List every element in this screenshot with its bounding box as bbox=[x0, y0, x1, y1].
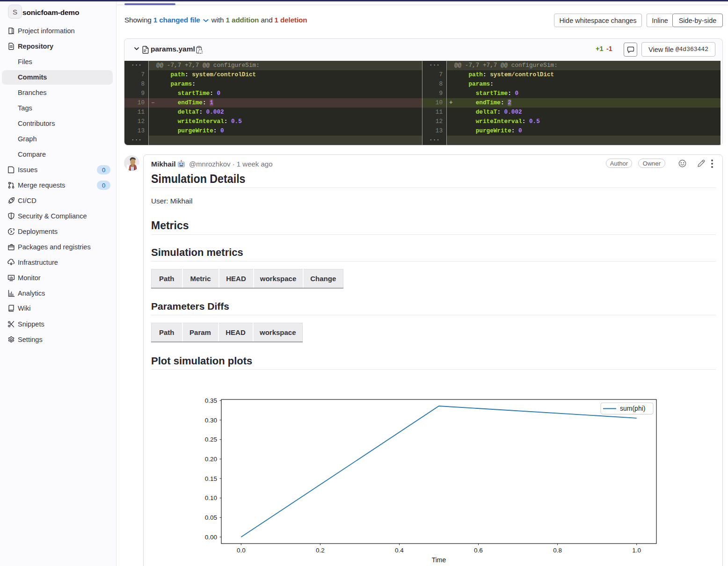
svg-text:0.25: 0.25 bbox=[205, 436, 217, 443]
svg-text:0.2: 0.2 bbox=[316, 547, 325, 554]
svg-text:0.30: 0.30 bbox=[205, 417, 217, 424]
svg-text:0.4: 0.4 bbox=[395, 547, 404, 554]
svg-text:0.05: 0.05 bbox=[205, 514, 217, 521]
svg-text:0.35: 0.35 bbox=[205, 397, 217, 404]
svg-text:0.10: 0.10 bbox=[205, 494, 217, 501]
svg-text:0.0: 0.0 bbox=[237, 547, 246, 554]
svg-text:0.00: 0.00 bbox=[205, 534, 217, 541]
svg-text:0.20: 0.20 bbox=[205, 456, 217, 463]
svg-text:0.8: 0.8 bbox=[553, 547, 562, 554]
svg-text:sum(phi): sum(phi) bbox=[620, 405, 645, 412]
svg-text:Time: Time bbox=[432, 556, 446, 564]
svg-text:0.15: 0.15 bbox=[205, 475, 217, 482]
svg-text:1.0: 1.0 bbox=[632, 547, 641, 554]
svg-text:0.6: 0.6 bbox=[474, 547, 483, 554]
